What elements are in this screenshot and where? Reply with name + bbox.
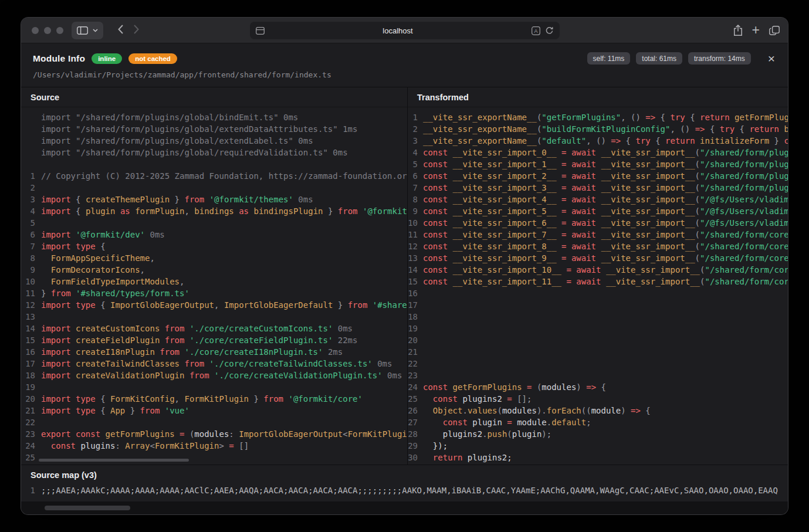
plus-icon: +	[752, 23, 760, 37]
code-line-text: export const getFormPlugins = (modules: …	[41, 428, 407, 440]
code-line: 25 const plugins2 = [];	[408, 393, 788, 405]
code-line: 10 FormFieldTypeImportModules,	[21, 276, 407, 287]
code-line: import "/shared/form/plugins/global/bind…	[21, 111, 407, 123]
line-number: 25	[408, 393, 423, 405]
share-button[interactable]	[733, 25, 743, 36]
line-number: 7	[21, 240, 41, 252]
code-line: 1__vite_ssr_exportName__("getFormPlugins…	[408, 111, 788, 123]
code-line: 26 Object.values(modules).forEach((modul…	[408, 405, 788, 416]
new-tab-button[interactable]: +	[752, 23, 760, 37]
code-line-text: const __vite_ssr_import_7__ = await __vi…	[423, 229, 788, 240]
sourcemap-section: Source map (v3) 1 ;;;AAEA;AAAkC;AAAA;AAA…	[21, 465, 788, 501]
line-number	[21, 111, 41, 123]
address-bar[interactable]: localhost A	[250, 22, 560, 39]
line-number: 8	[21, 252, 41, 264]
line-number: 28	[408, 428, 423, 440]
code-line-text: const __vite_ssr_import_9__ = await __vi…	[423, 252, 788, 264]
code-line: import "/shared/form/plugins/global/exte…	[21, 123, 407, 135]
sourcemap-title: Source map (v3)	[21, 470, 788, 484]
close-button[interactable]: ×	[767, 52, 776, 65]
code-line-text: FormDecoratorIcons,	[41, 264, 145, 276]
code-line: 7import type {	[21, 240, 407, 252]
code-line: 9 FormDecoratorIcons,	[21, 264, 407, 276]
source-panel: Source import "/shared/form/plugins/glob…	[21, 87, 408, 465]
code-panels: Source import "/shared/form/plugins/glob…	[21, 87, 788, 465]
status-badge-not-cached: not cached	[128, 53, 177, 64]
line-number: 25	[21, 452, 41, 463]
code-line-text: import type {	[41, 240, 106, 252]
forward-button[interactable]	[128, 22, 144, 38]
line-number: 19	[21, 381, 41, 393]
line-number: 24	[21, 440, 41, 452]
line-number: 16	[21, 346, 41, 358]
line-number: 22	[408, 358, 423, 370]
code-line-text: const __vite_ssr_import_8__ = await __vi…	[423, 240, 788, 252]
code-line: 3import { createThemePlugin } from '@for…	[21, 194, 407, 205]
close-window-button[interactable]	[32, 27, 39, 34]
minimize-window-button[interactable]	[44, 27, 51, 34]
code-line-text: } from '#shared/types/form.ts'	[41, 287, 189, 299]
browser-toolbar: localhost A	[21, 18, 788, 43]
line-number: 22	[21, 416, 41, 428]
code-line: 1// Copyright (C) 2012-2025 Zammad Found…	[21, 170, 407, 182]
code-line	[21, 158, 407, 170]
line-number: 14	[21, 323, 41, 334]
code-line: 15const __vite_ssr_import_11__ = await _…	[408, 276, 788, 287]
code-line: 19	[21, 381, 407, 393]
code-line-text: import "/shared/form/plugins/global/bind…	[41, 111, 298, 123]
code-line: 12const __vite_ssr_import_8__ = await __…	[408, 240, 788, 252]
desktop-background: localhost A	[0, 0, 809, 532]
line-number: 12	[21, 299, 41, 311]
timing-transform: transform: 14ms	[688, 52, 751, 65]
code-line: 6import '@formkit/dev' 0ms	[21, 229, 407, 240]
toolbar-right-actions: +	[733, 23, 780, 37]
code-line: 23	[408, 370, 788, 381]
line-number: 6	[408, 170, 423, 182]
code-line: 25	[21, 452, 407, 463]
zoom-window-button[interactable]	[56, 27, 63, 34]
code-line: 18import createValidationPlugin from './…	[21, 370, 407, 381]
code-line-text: import type { FormKitConfig, FormKitPlug…	[41, 393, 363, 405]
code-line-text: import type { App } from 'vue'	[41, 405, 189, 416]
code-line: 24const getFormPlugins = (modules) => {	[408, 381, 788, 393]
reload-icon[interactable]	[545, 26, 554, 35]
code-line: 16	[408, 287, 788, 299]
back-button[interactable]	[113, 22, 128, 38]
timing-badges: self: 11ms total: 61ms transform: 14ms	[587, 52, 751, 65]
code-line-text: const __vite_ssr_import_1__ = await __vi…	[423, 158, 788, 170]
page-title: Module Info	[33, 53, 85, 64]
line-number: 23	[408, 370, 423, 381]
code-line: 24 const plugins: Array<FormKitPlugin> =…	[21, 440, 407, 452]
code-line: 22	[408, 358, 788, 370]
code-line: 13const __vite_ssr_import_9__ = await __…	[408, 252, 788, 264]
code-line-text: const plugins2 = [];	[423, 393, 532, 405]
chevron-left-icon	[118, 25, 123, 34]
code-line: 17import createTailwindClasses from './c…	[21, 358, 407, 370]
code-line: 28 plugins2.push(plugin);	[408, 428, 788, 440]
page-icon[interactable]	[256, 27, 265, 35]
line-number: 30	[408, 452, 423, 463]
sidebar-toggle-button[interactable]	[72, 22, 103, 39]
code-line: 2__vite_ssr_exportName__("buildFormKitPl…	[408, 123, 788, 135]
line-number: 9	[21, 264, 41, 276]
line-number: 11	[408, 229, 423, 240]
tab-overview-button[interactable]	[769, 26, 780, 35]
code-line: 23export const getFormPlugins = (modules…	[21, 428, 407, 440]
line-number: 10	[21, 276, 41, 287]
line-number: 3	[408, 135, 423, 147]
code-line: 15import createFieldPlugin from './core/…	[21, 334, 407, 346]
window-controls	[32, 27, 63, 34]
page-horizontal-scrollbar[interactable]	[45, 506, 130, 510]
timing-self: self: 11ms	[587, 52, 631, 65]
line-number: 11	[21, 287, 41, 299]
tabs-icon	[769, 26, 780, 35]
line-number: 4	[21, 205, 41, 217]
line-number	[21, 158, 41, 170]
translate-icon[interactable]: A	[532, 26, 540, 35]
code-line-text: // Copyright (C) 2012-2025 Zammad Founda…	[41, 170, 407, 182]
sidebar-icon	[77, 26, 88, 35]
source-horizontal-scrollbar[interactable]	[39, 459, 189, 462]
code-line: 4const __vite_ssr_import_0__ = await __v…	[408, 147, 788, 158]
line-number: 12	[408, 240, 423, 252]
line-number: 14	[408, 264, 423, 276]
